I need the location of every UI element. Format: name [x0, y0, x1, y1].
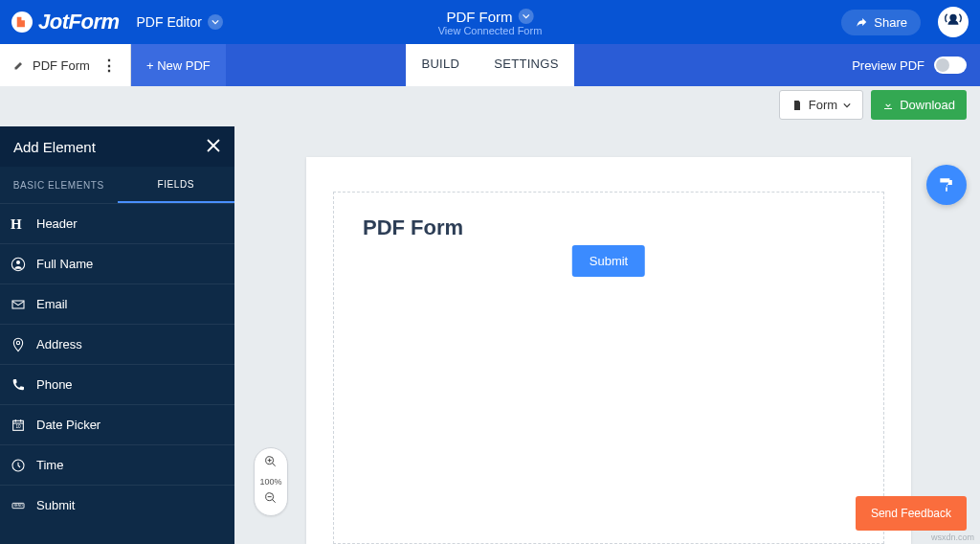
field-email[interactable]: Email [0, 283, 234, 324]
field-label: Full Name [36, 257, 93, 271]
share-label: Share [874, 15, 907, 30]
pin-icon [0, 337, 36, 352]
field-time[interactable]: Time [0, 444, 234, 485]
clock-icon [0, 458, 36, 473]
user-icon [0, 257, 36, 272]
send-feedback-button[interactable]: Send Feedback [856, 496, 967, 531]
field-label: Submit [36, 498, 75, 512]
field-phone[interactable]: Phone [0, 364, 234, 404]
preview-label: Preview PDF [852, 58, 924, 73]
top-nav: JotForm PDF Editor PDF Form View Connect… [0, 0, 980, 44]
panel-title: Add Element [13, 139, 96, 155]
zoom-out-button[interactable] [263, 490, 278, 510]
preview-toggle-area: Preview PDF [852, 57, 980, 74]
form-button-label: Form [809, 98, 837, 112]
document-title-area: PDF Form View Connected Form [438, 9, 543, 36]
field-label: Time [36, 458, 63, 472]
new-pdf-button[interactable]: + New PDF [131, 44, 226, 86]
field-address[interactable]: Address [0, 324, 234, 364]
view-connected-link[interactable]: View Connected Form [438, 25, 543, 36]
pdf-page[interactable]: PDF Form Submit [306, 157, 911, 544]
form-dropdown-button[interactable]: Form [779, 90, 863, 120]
document-icon [791, 100, 803, 111]
svg-point-3 [16, 341, 19, 344]
document-tab-label: PDF Form [33, 58, 90, 73]
logo-mark-icon [11, 11, 33, 33]
field-header[interactable]: H Header [0, 203, 234, 243]
editor-dropdown[interactable]: PDF Editor [137, 14, 223, 30]
chevron-down-icon [843, 102, 851, 109]
zoom-in-button[interactable] [263, 454, 278, 473]
svg-text:10: 10 [15, 424, 21, 429]
user-avatar[interactable] [938, 7, 969, 37]
svg-rect-2 [12, 301, 24, 308]
brand-text: JotForm [38, 10, 120, 34]
field-list: H Header Full Name Email Address Phone 1… [0, 203, 234, 525]
preview-toggle[interactable] [934, 57, 967, 74]
document-tab[interactable]: PDF Form ⋮ [0, 44, 131, 86]
header-icon: H [0, 216, 36, 232]
phone-icon [0, 377, 36, 393]
toolbar: PDF Form ⋮ + New PDF BUILD SETTINGS PUBL… [0, 44, 980, 86]
zoom-percent: 100% [259, 477, 281, 487]
field-label: Phone [36, 377, 73, 392]
watermark: wsxdn.com [931, 533, 974, 542]
panel-tab-basic[interactable]: BASIC ELEMENTS [0, 167, 118, 203]
mail-icon [0, 297, 36, 312]
download-label: Download [900, 98, 955, 112]
calendar-icon: 10 [0, 418, 36, 433]
form-title[interactable]: PDF Form [363, 215, 855, 240]
field-label: Header [36, 216, 78, 231]
chevron-down-icon [519, 9, 534, 24]
close-icon[interactable] [206, 138, 221, 156]
editor-label-text: PDF Editor [137, 14, 202, 30]
field-label: Date Picker [36, 418, 100, 432]
form-submit-button[interactable]: Submit [572, 245, 645, 277]
zoom-controls: 100% [254, 447, 288, 516]
panel-tabs: BASIC ELEMENTS FIELDS [0, 167, 234, 203]
document-title[interactable]: PDF Form [438, 9, 543, 25]
edit-icon [13, 59, 25, 71]
kebab-icon[interactable]: ⋮ [98, 57, 121, 75]
avatar-icon [943, 11, 964, 33]
tab-build[interactable]: BUILD [404, 44, 477, 83]
field-datepicker[interactable]: 10 Date Picker [0, 404, 234, 444]
chevron-down-icon [208, 14, 223, 30]
page-content: PDF Form Submit [333, 192, 884, 544]
paint-roller-icon [937, 175, 956, 194]
tab-settings[interactable]: SETTINGS [477, 44, 575, 83]
brand-logo[interactable]: JotForm [11, 10, 120, 34]
add-element-panel: Add Element BASIC ELEMENTS FIELDS H Head… [0, 126, 234, 544]
panel-header: Add Element [0, 126, 234, 167]
download-icon [882, 100, 894, 111]
design-fab[interactable] [926, 165, 967, 205]
svg-text:SEND: SEND [13, 504, 23, 508]
svg-point-1 [16, 261, 20, 264]
share-button[interactable]: Share [841, 10, 921, 35]
field-label: Email [36, 297, 68, 311]
panel-tab-fields[interactable]: FIELDS [118, 167, 235, 203]
document-title-text: PDF Form [446, 9, 512, 25]
field-submit[interactable]: SEND Submit [0, 485, 234, 525]
field-label: Address [36, 337, 82, 351]
topbar-right: Share [841, 7, 969, 37]
send-icon: SEND [0, 498, 36, 513]
download-button[interactable]: Download [871, 90, 967, 120]
share-icon [855, 15, 868, 29]
action-row: Form Download [779, 90, 967, 120]
field-fullname[interactable]: Full Name [0, 243, 234, 283]
